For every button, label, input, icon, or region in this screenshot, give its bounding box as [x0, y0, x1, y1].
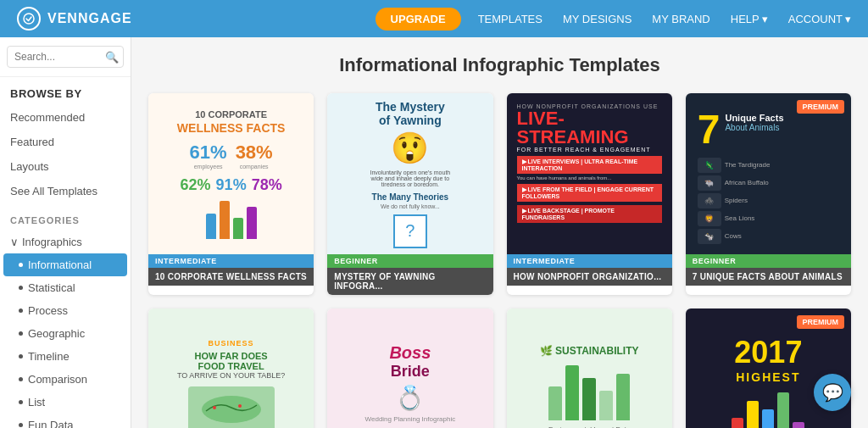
- bullet-icon: [19, 377, 23, 381]
- account-dropdown[interactable]: ACCOUNT ▾: [788, 13, 851, 25]
- template-name: MYSTERY OF YAWNING INFOGRA...: [327, 268, 492, 295]
- chevron-down-icon: ▾: [762, 13, 768, 25]
- template-card[interactable]: HOW NONPROFIT ORGANIZATIONS USE LIVE-STR…: [507, 93, 672, 295]
- svg-point-3: [238, 404, 242, 408]
- my-brand-link[interactable]: MY BRAND: [652, 13, 709, 25]
- sidebar-sub-informational[interactable]: Informational: [3, 253, 127, 276]
- template-thumbnail: Boss Bride 💍 Wedding Planning Infographi…: [327, 308, 492, 428]
- template-thumbnail: 🌿 SUSTAINABILITY Environmental Impact Da…: [507, 308, 672, 428]
- premium-badge: PREMIUM: [797, 100, 845, 114]
- logo-icon: [17, 7, 41, 31]
- bullet-icon: [19, 331, 23, 336]
- sidebar-item-featured[interactable]: Featured: [0, 130, 131, 154]
- templates-link[interactable]: TEMPLATES: [478, 13, 542, 25]
- template-card[interactable]: PREMIUM 7 Unique Facts About Animals 🦎Th…: [686, 93, 851, 295]
- level-badge: BEGINNER: [686, 254, 851, 268]
- chevron-down-icon: ▾: [845, 13, 851, 25]
- sidebar-item-see-all[interactable]: See All Templates: [0, 179, 131, 203]
- sidebar-sub-comparison[interactable]: Comparison: [0, 368, 131, 391]
- logo-text: VENNGAGE: [47, 11, 132, 26]
- template-thumbnail: BUSINESS HOW FAR DOES FOOD TRAVEL TO ARR…: [148, 308, 314, 428]
- sidebar-sub-list[interactable]: List: [0, 391, 131, 414]
- upgrade-button[interactable]: UPGRADE: [376, 8, 461, 31]
- my-designs-link[interactable]: MY DESIGNS: [563, 13, 632, 25]
- svg-point-2: [213, 406, 216, 409]
- template-card[interactable]: Boss Bride 💍 Wedding Planning Infographi…: [327, 308, 492, 428]
- sidebar-search-area: 🔍: [0, 37, 131, 77]
- template-card[interactable]: The Mysteryof Yawning 😲 Involuntarily op…: [327, 93, 492, 295]
- page-title: Informational Infographic Templates: [148, 54, 851, 76]
- template-card[interactable]: BUSINESS HOW FAR DOES FOOD TRAVEL TO ARR…: [148, 308, 314, 428]
- main-content: Informational Infographic Templates 10 C…: [131, 37, 868, 428]
- template-thumbnail: The Mysteryof Yawning 😲 Involuntarily op…: [327, 93, 492, 254]
- svg-point-1: [202, 396, 261, 423]
- sidebar-sub-fun-data[interactable]: Fun Data: [0, 414, 131, 428]
- level-badge: INTERMEDIATE: [148, 254, 314, 268]
- sidebar: 🔍 BROWSE BY Recommended Featured Layouts…: [0, 37, 131, 428]
- template-name: 7 UNIQUE FACTS ABOUT ANIMALS: [686, 268, 851, 286]
- sidebar-item-layouts[interactable]: Layouts: [0, 154, 131, 179]
- sidebar-item-recommended[interactable]: Recommended: [0, 105, 131, 130]
- nav-links: TEMPLATES MY DESIGNS MY BRAND HELP ▾ ACC…: [478, 13, 851, 25]
- chevron-down-icon: ∨: [10, 236, 19, 248]
- template-footer: BEGINNER MYSTERY OF YAWNING INFOGRA...: [327, 254, 492, 295]
- template-thumbnail: 10 CORPORATE WELLNESS FACTS 61% employee…: [148, 93, 314, 254]
- search-icon: 🔍: [105, 51, 119, 64]
- template-card[interactable]: 10 CORPORATE WELLNESS FACTS 61% employee…: [148, 93, 314, 295]
- top-navigation: VENNGAGE UPGRADE TEMPLATES MY DESIGNS MY…: [0, 0, 868, 37]
- logo[interactable]: VENNGAGE: [17, 7, 132, 31]
- template-footer: INTERMEDIATE HOW NONPROFIT ORGANIZATIO..…: [507, 254, 672, 286]
- premium-badge: PREMIUM: [797, 315, 845, 329]
- template-grid: 10 CORPORATE WELLNESS FACTS 61% employee…: [148, 93, 851, 428]
- template-card[interactable]: 🌿 SUSTAINABILITY Environmental Impact Da…: [507, 308, 672, 428]
- sidebar-sub-process[interactable]: Process: [0, 299, 131, 322]
- template-footer: INTERMEDIATE 10 CORPORATE WELLNESS FACTS: [148, 254, 314, 286]
- bullet-icon: [19, 354, 23, 359]
- bullet-icon: [19, 263, 23, 267]
- sidebar-sub-timeline[interactable]: Timeline: [0, 345, 131, 368]
- level-badge: INTERMEDIATE: [507, 254, 672, 268]
- chat-icon: 💬: [822, 382, 843, 403]
- sidebar-sub-geographic[interactable]: Geographic: [0, 322, 131, 345]
- chat-button[interactable]: 💬: [814, 374, 851, 411]
- help-dropdown[interactable]: HELP ▾: [731, 13, 768, 25]
- bullet-icon: [19, 308, 23, 313]
- template-thumbnail: HOW NONPROFIT ORGANIZATIONS USE LIVE-STR…: [507, 93, 672, 254]
- category-infographics[interactable]: ∨ Infographics: [0, 231, 131, 253]
- level-badge: BEGINNER: [327, 254, 492, 268]
- template-name: 10 CORPORATE WELLNESS FACTS: [148, 268, 314, 286]
- main-layout: 🔍 BROWSE BY Recommended Featured Layouts…: [0, 37, 868, 428]
- categories-heading: CATEGORIES: [0, 203, 131, 231]
- bullet-icon: [19, 286, 23, 290]
- template-footer: BEGINNER 7 UNIQUE FACTS ABOUT ANIMALS: [686, 254, 851, 286]
- bullet-icon: [19, 400, 23, 404]
- browse-by-heading: BROWSE BY: [0, 77, 131, 105]
- sidebar-sub-statistical[interactable]: Statistical: [0, 276, 131, 299]
- svg-point-0: [24, 14, 34, 24]
- template-thumbnail: PREMIUM 7 Unique Facts About Animals 🦎Th…: [686, 93, 851, 254]
- bullet-icon: [19, 423, 23, 427]
- template-name: HOW NONPROFIT ORGANIZATIO...: [507, 268, 672, 286]
